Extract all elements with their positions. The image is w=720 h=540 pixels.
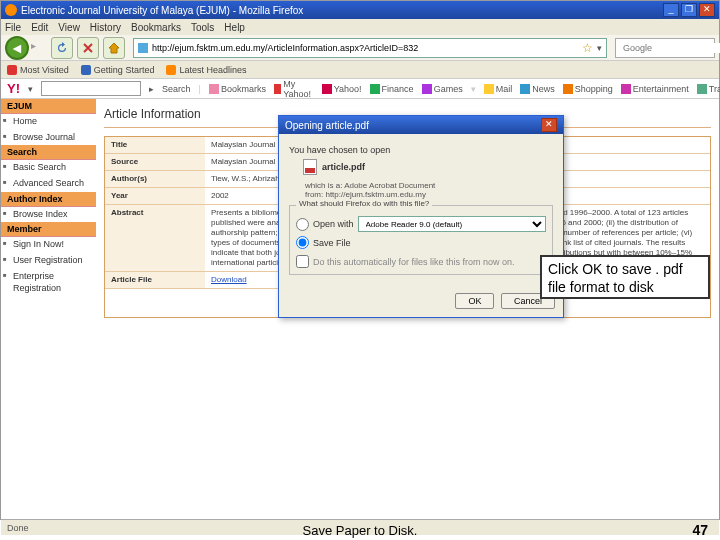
forward-button[interactable]: ▸ [31, 36, 47, 56]
dialog-titlebar: Opening article.pdf ✕ [279, 116, 563, 134]
label-authors: Author(s) [105, 171, 205, 187]
checkbox-auto[interactable]: Do this automatically for files like thi… [296, 255, 546, 268]
menu-view[interactable]: View [58, 22, 80, 33]
bookmark-most-visited[interactable]: Most Visited [7, 65, 69, 75]
radio-open-with[interactable]: Open with Adobe Reader 9.0 (default) [296, 216, 546, 232]
nav-toolbar: ◄ ▸ ☆ ▾ [1, 35, 719, 61]
yahoo-item-label: Mail [496, 84, 513, 94]
yahoo-bookmarks[interactable]: Bookmarks [209, 84, 266, 94]
url-bar[interactable]: ☆ ▾ [133, 38, 607, 58]
back-button[interactable]: ◄ [5, 36, 29, 60]
checkbox-auto-label: Do this automatically for files like thi… [313, 257, 515, 267]
radio-save-input[interactable] [296, 236, 309, 249]
minimize-button[interactable]: _ [663, 3, 679, 17]
yahoo-yahoo[interactable]: Yahoo! [322, 84, 362, 94]
yahoo-item-label: Bookmarks [221, 84, 266, 94]
checkbox-auto-input[interactable] [296, 255, 309, 268]
travel-icon [697, 84, 707, 94]
open-with-select[interactable]: Adobe Reader 9.0 (default) [358, 216, 546, 232]
site-icon [138, 43, 148, 53]
finance-icon [370, 84, 380, 94]
yahoo-toolbar: Y! ▾ ▸ Search | Bookmarks My Yahoo! Yaho… [1, 79, 719, 99]
page-icon [81, 65, 91, 75]
radio-open-input[interactable] [296, 218, 309, 231]
yahoo-search-label: Search [162, 84, 191, 94]
bookmark-latest-headlines[interactable]: Latest Headlines [166, 65, 246, 75]
stop-button[interactable] [77, 37, 99, 59]
pdf-icon [303, 159, 317, 175]
menu-bookmarks[interactable]: Bookmarks [131, 22, 181, 33]
label-source: Source [105, 154, 205, 170]
menu-bar: File Edit View History Bookmarks Tools H… [1, 19, 719, 35]
yahoo-shopping[interactable]: Shopping [563, 84, 613, 94]
maximize-button[interactable]: ❐ [681, 3, 697, 17]
yahoo-news[interactable]: News [520, 84, 555, 94]
dialog-from: from: http://ejum.fsktm.um.edu.my [305, 190, 553, 199]
yahoo-entertainment[interactable]: Entertainment [621, 84, 689, 94]
menu-history[interactable]: History [90, 22, 121, 33]
search-box[interactable] [615, 38, 715, 58]
sidebar-item-signin[interactable]: Sign In Now! [1, 237, 96, 253]
yahoo-item-label: News [532, 84, 555, 94]
sidebar-head-search: Search [1, 145, 96, 160]
menu-tools[interactable]: Tools [191, 22, 214, 33]
sidebar-item-user-reg[interactable]: User Registration [1, 253, 96, 269]
games-icon [422, 84, 432, 94]
yahoo-item-label: Finance [382, 84, 414, 94]
bookmark-label: Getting Started [94, 65, 155, 75]
yahoo-mail[interactable]: Mail [484, 84, 513, 94]
dropdown-icon[interactable]: ▾ [597, 43, 602, 53]
dialog-filename: article.pdf [322, 162, 365, 172]
sidebar-item-basic-search[interactable]: Basic Search [1, 160, 96, 176]
sidebar-item-browse-index[interactable]: Browse Index [1, 207, 96, 223]
firefox-icon [5, 4, 17, 16]
shopping-icon [563, 84, 573, 94]
sidebar-item-advanced-search[interactable]: Advanced Search [1, 176, 96, 192]
close-button[interactable]: ✕ [699, 3, 715, 17]
menu-file[interactable]: File [5, 22, 21, 33]
radio-save-label: Save File [313, 238, 351, 248]
yahoo-finance[interactable]: Finance [370, 84, 414, 94]
yahoo-logo[interactable]: Y! [7, 81, 20, 96]
home-button[interactable] [103, 37, 125, 59]
download-link[interactable]: Download [211, 275, 247, 284]
slide-pagenum: 47 [692, 522, 708, 538]
yahoo-separator: ▾ [471, 84, 476, 94]
dialog-group-title: What should Firefox do with this file? [296, 199, 432, 208]
bookmark-label: Most Visited [20, 65, 69, 75]
bookmark-star-icon[interactable]: ☆ [582, 41, 593, 55]
yahoo-search-arrow[interactable]: ▸ [149, 84, 154, 94]
entertainment-icon [621, 84, 631, 94]
yahoo-dropdown-icon[interactable]: ▾ [28, 84, 33, 94]
url-input[interactable] [152, 43, 578, 53]
yahoo-item-label: Travel [709, 84, 720, 94]
label-file: Article File [105, 272, 205, 288]
radio-open-label: Open with [313, 219, 354, 229]
feed-icon [166, 65, 176, 75]
ok-button[interactable]: OK [455, 293, 494, 309]
mail-icon [484, 84, 494, 94]
yahoo-travel[interactable]: Travel [697, 84, 720, 94]
label-abstract: Abstract [105, 205, 205, 271]
search-input[interactable] [623, 43, 720, 53]
menu-help[interactable]: Help [224, 22, 245, 33]
reload-icon [56, 42, 68, 54]
yahoo-item-label: Shopping [575, 84, 613, 94]
label-year: Year [105, 188, 205, 204]
download-dialog: Opening article.pdf ✕ You have chosen to… [278, 115, 564, 318]
yahoo-myyahoo[interactable]: My Yahoo! [274, 79, 314, 99]
bookmark-getting-started[interactable]: Getting Started [81, 65, 155, 75]
yahoo-games[interactable]: Games [422, 84, 463, 94]
menu-edit[interactable]: Edit [31, 22, 48, 33]
sidebar-item-browse-journal[interactable]: Browse Journal [1, 130, 96, 146]
dialog-close-button[interactable]: ✕ [541, 118, 557, 132]
reload-button[interactable] [51, 37, 73, 59]
dialog-filetype: which is a: Adobe Acrobat Document [305, 181, 553, 190]
radio-save-file[interactable]: Save File [296, 236, 546, 249]
sidebar: EJUM Home Browse Journal Search Basic Se… [1, 99, 96, 519]
bookmark-label: Latest Headlines [179, 65, 246, 75]
yahoo-item-label: Games [434, 84, 463, 94]
sidebar-item-enterprise-reg[interactable]: Enterprise Registration [1, 269, 96, 296]
yahoo-search-input[interactable] [41, 81, 141, 96]
sidebar-item-home[interactable]: Home [1, 114, 96, 130]
